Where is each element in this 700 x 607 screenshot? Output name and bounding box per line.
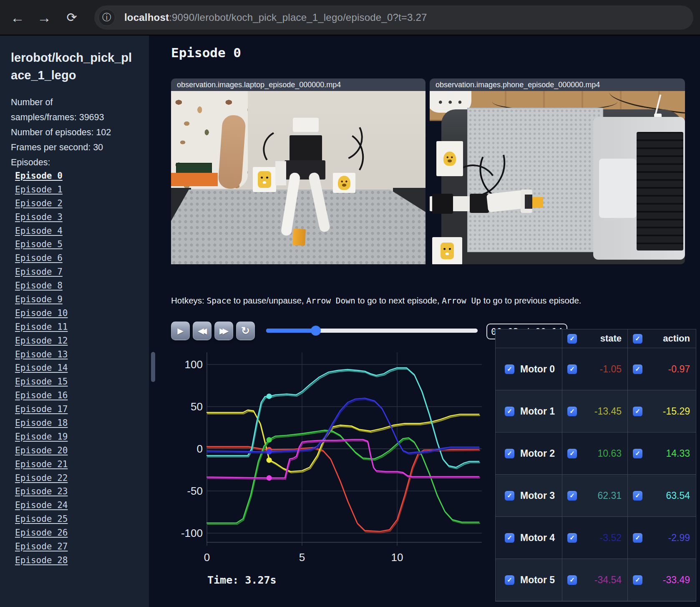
episode-link[interactable]: Episode 23 bbox=[15, 486, 68, 496]
play-button[interactable]: ▶ bbox=[171, 321, 190, 340]
checkbox-checked[interactable]: ✓ bbox=[567, 575, 577, 585]
back-icon[interactable]: ← bbox=[8, 8, 28, 28]
episode-link[interactable]: Episode 21 bbox=[15, 459, 68, 469]
sidebar-item-episode-26: Episode 26 bbox=[15, 528, 149, 541]
episode-link[interactable]: Episode 2 bbox=[15, 198, 63, 208]
scene-hug-emoji-box bbox=[436, 141, 463, 176]
checkbox-checked[interactable]: ✓ bbox=[633, 533, 642, 543]
episode-link[interactable]: Episode 22 bbox=[15, 473, 68, 483]
episode-link[interactable]: Episode 4 bbox=[15, 226, 63, 236]
reload-icon[interactable]: ⟳ bbox=[62, 8, 82, 28]
series-state-motor-1 bbox=[208, 411, 480, 473]
page-title: Episode 0 bbox=[171, 45, 241, 60]
episode-link[interactable]: Episode 12 bbox=[15, 336, 68, 346]
state-value: -34.54 bbox=[594, 574, 622, 586]
fast-forward-button[interactable]: ▶▶ bbox=[214, 321, 233, 340]
sidebar-item-episode-10: Episode 10 bbox=[15, 308, 149, 322]
episode-link[interactable]: Episode 27 bbox=[15, 541, 68, 551]
address-bar[interactable]: ⓘ localhost:9090/lerobot/koch_pick_place… bbox=[94, 5, 693, 30]
checkbox-checked[interactable]: ✓ bbox=[633, 334, 642, 344]
seek-slider-thumb[interactable] bbox=[311, 326, 321, 336]
sidebar-scrollbar-thumb[interactable] bbox=[151, 352, 155, 382]
column-header-state: ✓state bbox=[562, 329, 628, 348]
episode-link[interactable]: Episode 11 bbox=[15, 322, 68, 332]
video-phone[interactable] bbox=[430, 91, 685, 264]
checkbox-checked[interactable]: ✓ bbox=[633, 491, 642, 501]
checkbox-checked[interactable]: ✓ bbox=[505, 449, 514, 458]
episode-link[interactable]: Episode 8 bbox=[15, 281, 63, 291]
checkbox-checked[interactable]: ✓ bbox=[505, 364, 514, 374]
seek-slider-fill bbox=[266, 329, 316, 333]
hotkey-key: Arrow Up bbox=[442, 296, 481, 306]
episode-link[interactable]: Episode 7 bbox=[15, 267, 63, 277]
stat-fps: Frames per second: 30 bbox=[11, 140, 120, 155]
y-axis-tick-label: -50 bbox=[187, 485, 203, 497]
checkbox-checked[interactable]: ✓ bbox=[567, 491, 577, 501]
y-axis-tick-label: 100 bbox=[185, 358, 203, 371]
checkbox-checked[interactable]: ✓ bbox=[567, 533, 577, 543]
state-value-cell: ✓10.63 bbox=[562, 432, 628, 475]
browser-toolbar: ← → ⟳ ⓘ localhost:9090/lerobot/koch_pick… bbox=[0, 0, 700, 35]
sidebar-item-episode-23: Episode 23 bbox=[15, 486, 149, 500]
episode-link[interactable]: Episode 6 bbox=[15, 253, 63, 263]
seek-slider[interactable] bbox=[266, 329, 478, 333]
checkbox-checked[interactable]: ✓ bbox=[505, 407, 514, 416]
episode-link[interactable]: Episode 10 bbox=[15, 308, 68, 318]
action-value-cell: ✓-0.97 bbox=[628, 348, 696, 390]
sidebar-item-episode-9: Episode 9 bbox=[15, 294, 149, 308]
y-axis-tick-label: 50 bbox=[191, 400, 203, 413]
checkbox-checked[interactable]: ✓ bbox=[567, 364, 577, 374]
episode-link[interactable]: Episode 18 bbox=[15, 418, 68, 428]
checkbox-checked[interactable]: ✓ bbox=[567, 407, 577, 416]
column-header-action: ✓action bbox=[628, 329, 696, 348]
checkbox-checked[interactable]: ✓ bbox=[567, 334, 577, 344]
action-value: -15.29 bbox=[663, 406, 690, 417]
episodes-label: Episodes: bbox=[11, 155, 120, 170]
sidebar-item-episode-1: Episode 1 bbox=[15, 185, 149, 198]
sidebar-item-episode-28: Episode 28 bbox=[15, 555, 149, 569]
hotkey-text: to go to next episode, bbox=[355, 296, 442, 305]
y-axis-tick-label: -100 bbox=[181, 527, 203, 539]
state-value-cell: ✓-13.45 bbox=[562, 390, 628, 432]
checkbox-checked[interactable]: ✓ bbox=[505, 575, 514, 585]
sidebar-item-episode-8: Episode 8 bbox=[15, 281, 149, 294]
motor-label: Motor 1 bbox=[520, 406, 555, 417]
episode-link[interactable]: Episode 19 bbox=[15, 432, 68, 442]
video-laptop[interactable] bbox=[171, 91, 426, 264]
stat-episodes: Number of episodes: 102 bbox=[11, 125, 120, 140]
site-info-icon[interactable]: ⓘ bbox=[98, 9, 115, 26]
episode-link[interactable]: Episode 25 bbox=[15, 514, 68, 524]
checkbox-checked[interactable]: ✓ bbox=[633, 449, 642, 458]
motor-timeseries-chart[interactable]: 100500-50-1000510Time: 3.27s bbox=[167, 346, 496, 593]
episode-link[interactable]: Episode 14 bbox=[15, 363, 68, 373]
episode-link[interactable]: Episode 20 bbox=[15, 445, 68, 455]
episode-link[interactable]: Episode 26 bbox=[15, 528, 68, 538]
episode-link[interactable]: Episode 15 bbox=[15, 377, 68, 387]
video-panel-laptop: observation.images.laptop_episode_000000… bbox=[171, 78, 426, 264]
checkbox-checked[interactable]: ✓ bbox=[633, 575, 642, 585]
forward-icon[interactable]: → bbox=[34, 8, 54, 28]
sidebar-item-episode-16: Episode 16 bbox=[15, 390, 149, 404]
laptop-keyboard bbox=[637, 132, 683, 250]
checkbox-checked[interactable]: ✓ bbox=[505, 491, 514, 501]
episode-link[interactable]: Episode 9 bbox=[15, 294, 63, 304]
episode-link[interactable]: Episode 24 bbox=[15, 500, 68, 510]
sidebar-item-episode-27: Episode 27 bbox=[15, 541, 149, 555]
rewind-button[interactable]: ◀◀ bbox=[193, 321, 212, 340]
action-value: -2.99 bbox=[668, 532, 690, 544]
checkbox-checked[interactable]: ✓ bbox=[633, 364, 642, 374]
episode-link[interactable]: Episode 13 bbox=[15, 349, 68, 359]
checkbox-checked[interactable]: ✓ bbox=[633, 407, 642, 416]
episode-link[interactable]: Episode 17 bbox=[15, 404, 68, 414]
episode-link[interactable]: Episode 16 bbox=[15, 390, 68, 400]
checkbox-checked[interactable]: ✓ bbox=[567, 449, 577, 458]
loop-button[interactable]: ↻ bbox=[236, 321, 255, 340]
episode-link[interactable]: Episode 28 bbox=[15, 555, 68, 565]
episode-link[interactable]: Episode 5 bbox=[15, 239, 63, 249]
episode-link[interactable]: Episode 1 bbox=[15, 185, 63, 195]
state-value: -1.05 bbox=[600, 364, 622, 375]
sidebar-item-episode-13: Episode 13 bbox=[15, 349, 149, 363]
episode-link[interactable]: Episode 3 bbox=[15, 212, 63, 222]
episode-link[interactable]: Episode 0 bbox=[15, 171, 63, 181]
checkbox-checked[interactable]: ✓ bbox=[505, 533, 514, 543]
